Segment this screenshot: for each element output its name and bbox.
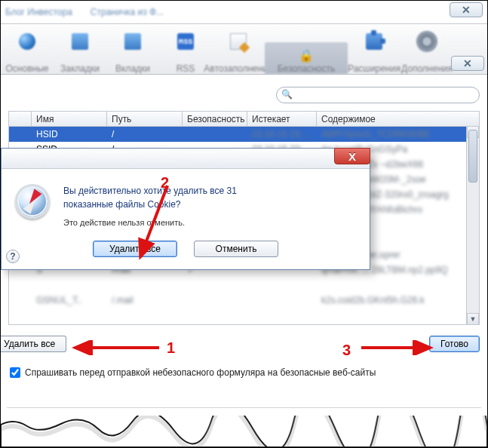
- table-row[interactable]: HSID / 23.10.15 23:44 AWfYXjmcG_7CDRKW/B…: [9, 127, 479, 142]
- divider: [7, 407, 481, 408]
- toolbar-label: Безопасность: [278, 63, 336, 74]
- toolbar-label: Основные: [6, 63, 49, 74]
- toolbar-item-security[interactable]: 🔒 Безопасность: [265, 42, 348, 74]
- col-expires[interactable]: Истекает: [247, 112, 317, 126]
- dialog-titlebar[interactable]: X: [2, 149, 370, 169]
- table-row[interactable]: [9, 278, 479, 293]
- col-name[interactable]: Имя: [32, 112, 107, 126]
- cookie-search-input[interactable]: [276, 87, 480, 103]
- search-icon: 🔍: [281, 89, 293, 100]
- safari-icon: [15, 184, 50, 219]
- toolbar-label: Закладки: [60, 63, 100, 74]
- toolbar-label: Дополнения: [401, 63, 453, 74]
- dialog-close-button[interactable]: X: [334, 148, 370, 164]
- cell-name: HSID: [32, 129, 107, 140]
- window-close-button[interactable]: ✕: [450, 2, 483, 17]
- dialog-confirm-button[interactable]: Удалить все: [93, 241, 177, 257]
- toolbar-item-bookmarks[interactable]: Закладки: [54, 33, 106, 74]
- table-scrollbar[interactable]: ▲ ▼: [466, 127, 479, 324]
- globe-icon: [19, 33, 35, 50]
- dialog-cancel-button[interactable]: Отменить: [194, 241, 278, 257]
- toolbar-label: Автозаполнение: [204, 63, 272, 74]
- annotation-number-3: 3: [342, 342, 351, 357]
- dialog-message: Вы действительно хотите удалить все 31 п…: [63, 184, 356, 210]
- table-header: Имя Путь Безопасность Истекает Содержимо…: [9, 112, 479, 127]
- scroll-thumb[interactable]: [468, 130, 477, 183]
- toolbar-item-tabs[interactable]: Вкладки: [106, 33, 159, 74]
- cell-path: /: [107, 129, 183, 140]
- done-button[interactable]: Готово: [429, 336, 480, 352]
- cell-content: AWfYXjmcG_7CDRKW/BE: [317, 129, 479, 140]
- browser-tab-strip: Блог Инвестора Страничка из Ф...: [1, 1, 487, 23]
- toolbar-item-extensions[interactable]: Расширения: [348, 33, 401, 74]
- toolbar-label: Вкладки: [115, 63, 150, 74]
- cookie-search: 🔍: [276, 87, 480, 103]
- lock-icon: 🔒: [298, 47, 315, 63]
- toolbar-label: Расширения: [348, 63, 401, 74]
- toolbar-item-general[interactable]: Основные: [1, 33, 54, 74]
- table-row[interactable]: GSNUL_T../.mailk2s.coid2b.GKnt5h.G26.k: [9, 293, 479, 308]
- torn-edge-decoration: [1, 416, 487, 447]
- scroll-down-icon[interactable]: ▼: [467, 313, 479, 325]
- rss-icon: RSS: [177, 33, 194, 50]
- panel-close-button[interactable]: ✕: [451, 56, 484, 71]
- insecure-form-warning-checkbox[interactable]: Спрашивать перед отправкой небезопасного…: [8, 352, 480, 378]
- toolbar-item-autofill[interactable]: Автозаполнение: [212, 33, 265, 74]
- col-security[interactable]: Безопасность: [183, 112, 247, 126]
- help-button[interactable]: ?: [6, 250, 20, 263]
- puzzle-icon: [366, 33, 382, 50]
- annotation-number-1: 1: [167, 340, 175, 355]
- col-path[interactable]: Путь: [107, 112, 183, 126]
- annotation-number-2: 2: [161, 175, 169, 190]
- dialog-subtext: Это действие нельзя отменить.: [63, 210, 356, 227]
- cell-exp: 23.10.15 23:44: [247, 129, 317, 140]
- toolbar-item-advanced[interactable]: Дополнения: [401, 33, 453, 74]
- browser-tab: Блог Инвестора: [5, 7, 72, 17]
- form-icon: [230, 33, 247, 50]
- checkbox-label: Спрашивать перед отправкой небезопасного…: [25, 367, 376, 378]
- book-icon: [72, 33, 88, 50]
- col-icon[interactable]: [9, 112, 32, 126]
- preferences-toolbar: Основные Закладки Вкладки RSS RSS Автоза…: [1, 23, 487, 75]
- toolbar-label: RSS: [176, 63, 195, 74]
- confirm-delete-dialog: X Вы действительно хотите удалить все 31…: [1, 148, 370, 270]
- checkbox-input[interactable]: [10, 367, 20, 378]
- gear-icon: [419, 33, 435, 50]
- col-content[interactable]: Содержимое: [317, 112, 479, 126]
- browser-tab: Страничка из Ф...: [91, 7, 164, 17]
- tabs-icon: [124, 33, 141, 50]
- delete-all-button[interactable]: Удалить все: [1, 336, 66, 352]
